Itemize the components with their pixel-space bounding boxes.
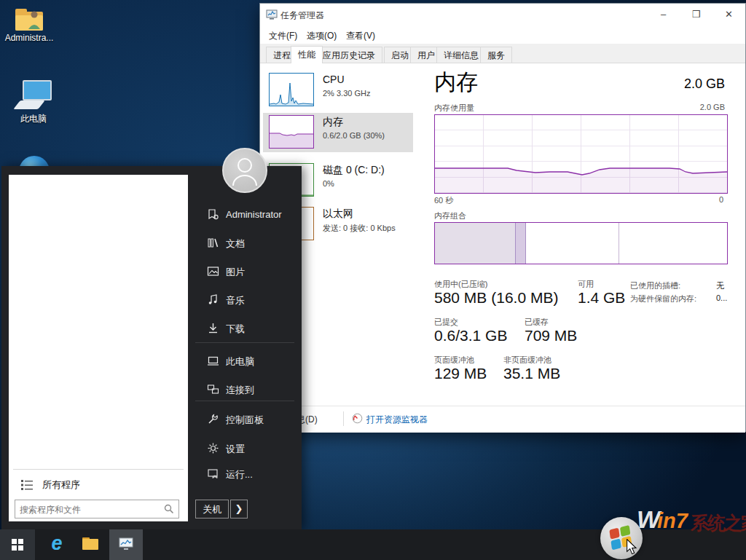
stat-committed-label: 已提交: [434, 317, 458, 328]
composition-in-use-segment: [435, 223, 516, 264]
hw-slots-label: 已使用的插槽:: [630, 280, 680, 291]
taskbar-task-manager-button[interactable]: [109, 529, 143, 560]
tab-details[interactable]: 详细信息: [436, 47, 486, 63]
maximize-button[interactable]: ❒: [680, 4, 712, 25]
start-item-music[interactable]: 音乐: [195, 292, 297, 309]
memory-history-graph: [434, 114, 728, 194]
connect-icon: [207, 383, 219, 395]
sidebar-item-cpu[interactable]: CPU 2% 3.30 GHz: [263, 71, 413, 110]
window-title: 任务管理器: [280, 9, 324, 22]
watermark-text-cn: 系统之家: [691, 511, 746, 535]
stat-in-use-value: 580 MB (16.0 MB): [434, 289, 558, 307]
person-icon: [27, 10, 42, 29]
sidebar-disk-title: 磁盘 0 (C: D:): [323, 164, 385, 177]
start-menu-divider: [13, 469, 184, 470]
tab-performance[interactable]: 性能: [291, 46, 323, 63]
minimize-button[interactable]: –: [647, 4, 680, 25]
all-programs-label: 所有程序: [42, 478, 80, 492]
menu-file[interactable]: 文件(F): [269, 30, 297, 42]
tm-status-bar: 简略信息(D) 打开资源监视器: [260, 406, 745, 433]
mouse-cursor: [625, 539, 638, 555]
search-input[interactable]: [18, 502, 160, 518]
start-item-settings[interactable]: 设置: [195, 441, 297, 458]
task-manager-window: 任务管理器 – ❒ ✕ 文件(F) 选项(O) 查看(V) 进程 性能 应用历史…: [259, 3, 746, 432]
documents-icon: [207, 237, 219, 249]
avatar-person-icon: [224, 149, 266, 192]
composition-standby-divider: [619, 223, 619, 264]
ie-icon: e: [41, 532, 73, 555]
memory-usage-max: 2.0 GB: [700, 103, 725, 111]
hw-reserved-value: 0...: [716, 293, 727, 302]
shutdown-options-arrow[interactable]: ❯: [230, 500, 248, 518]
open-resource-monitor-link[interactable]: 打开资源监视器: [366, 414, 428, 426]
start-button[interactable]: [0, 529, 35, 560]
search-icon: [164, 504, 174, 514]
pictures-icon: [207, 265, 219, 277]
start-menu-right-column: Administrator 文档 图片: [188, 166, 302, 529]
gear-icon: [207, 442, 219, 454]
sidebar-item-memory[interactable]: 内存 0.6/2.0 GB (30%): [263, 113, 413, 152]
run-icon: [207, 468, 219, 480]
taskbar-explorer-button[interactable]: [74, 529, 106, 560]
start-item-documents[interactable]: 文档: [195, 235, 297, 253]
hw-reserved-label: 为硬件保留的内存:: [630, 293, 696, 304]
stat-committed-value: 0.6/3.1 GB: [434, 327, 507, 344]
memory-composition-bar[interactable]: [434, 222, 728, 264]
all-programs-icon: [20, 478, 34, 492]
start-item-downloads[interactable]: 下载: [195, 320, 297, 338]
music-icon: [207, 293, 219, 306]
start-item-run[interactable]: 运行...: [195, 466, 297, 484]
screen: Administra... 此电脑 任务管理器 – ❒ ✕ 文件(F) 选项(O…: [0, 0, 746, 560]
start-menu-separator: [195, 401, 294, 401]
close-button[interactable]: ✕: [712, 4, 745, 25]
folder-icon: [82, 537, 98, 550]
tab-strip: 进程 性能 应用历史记录 启动 用户 详细信息 服务: [260, 44, 745, 63]
computer-icon: [207, 355, 219, 367]
this-pc-icon: [17, 80, 50, 111]
wrench-icon: [207, 413, 219, 425]
sidebar-cpu-title: CPU: [323, 74, 345, 85]
desktop-icon-administrator[interactable]: Administra...: [1, 9, 57, 43]
tab-services[interactable]: 服务: [480, 47, 512, 63]
desktop-icon-label: 此电脑: [6, 113, 61, 125]
memory-composition-label: 内存组合: [434, 210, 466, 221]
user-folder-icon: [15, 9, 43, 31]
start-item-pictures[interactable]: 图片: [195, 264, 297, 281]
sidebar-memory-subtitle: 0.6/2.0 GB (30%): [323, 131, 385, 140]
status-separator: [343, 411, 344, 426]
stat-nonpaged-pool-label: 非页面缓冲池: [503, 355, 551, 366]
composition-modified-segment: [516, 223, 526, 264]
memory-capacity: 2.0 GB: [684, 76, 725, 92]
stat-cached-label: 已缓存: [525, 317, 549, 328]
desktop-icon-label: Administra...: [1, 33, 57, 43]
shutdown-button[interactable]: 关机: [195, 500, 229, 518]
sidebar-cpu-subtitle: 2% 3.30 GHz: [323, 89, 370, 98]
sidebar-ethernet-subtitle: 发送: 0 接收: 0 Kbps: [323, 223, 396, 234]
task-manager-app-icon: [266, 9, 278, 20]
memory-mini-chart: [269, 115, 314, 149]
start-item-administrator[interactable]: Administrator: [195, 207, 297, 224]
stat-paged-pool-value: 129 MB: [434, 365, 487, 382]
menu-options[interactable]: 选项(O): [307, 30, 337, 42]
stat-paged-pool-label: 页面缓冲池: [434, 355, 474, 366]
search-box[interactable]: [15, 500, 179, 518]
start-item-this-pc[interactable]: 此电脑: [195, 353, 297, 371]
desktop-icon-this-pc[interactable]: 此电脑: [6, 80, 61, 125]
taskbar-ie-button[interactable]: e: [41, 529, 73, 560]
graph-axis-right: 0: [719, 195, 723, 204]
user-badge-icon: [207, 208, 219, 221]
title-bar[interactable]: 任务管理器 – ❒ ✕: [260, 4, 745, 25]
downloads-icon: [207, 322, 219, 334]
start-item-connect-to[interactable]: 连接到: [195, 382, 297, 399]
user-avatar[interactable]: [222, 148, 267, 193]
start-item-control-panel[interactable]: 控制面板: [195, 411, 297, 429]
task-manager-icon: [119, 537, 133, 551]
stat-available-value: 1.4 GB: [578, 289, 625, 307]
tab-app-history[interactable]: 应用历史记录: [315, 47, 382, 63]
hw-slots-value: 无: [716, 280, 724, 291]
sidebar-memory-title: 内存: [323, 116, 343, 129]
menu-view[interactable]: 查看(V): [346, 30, 375, 42]
menu-bar: 文件(F) 选项(O) 查看(V): [260, 25, 745, 44]
stat-cached-value: 709 MB: [525, 327, 577, 344]
resource-monitor-icon: [352, 413, 363, 424]
